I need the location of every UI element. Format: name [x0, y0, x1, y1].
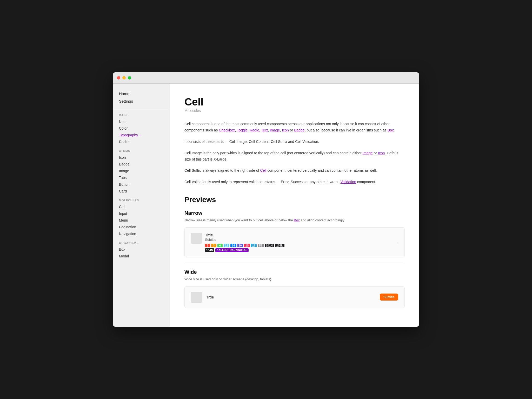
link-radio[interactable]: Radio — [250, 128, 259, 132]
previews-title: Previews — [184, 196, 405, 204]
badge-103n: 103N — [275, 244, 284, 247]
section-divider — [184, 264, 405, 264]
sidebar-item-box[interactable]: Box — [119, 246, 163, 253]
link-box[interactable]: Box — [388, 128, 394, 132]
badge-11: 11 — [251, 244, 257, 247]
sidebar-item-image[interactable]: Image — [119, 168, 163, 174]
badge-20: 20 — [237, 244, 243, 247]
sidebar-item-card[interactable]: Card — [119, 188, 163, 195]
link-badge[interactable]: Badge — [294, 128, 304, 132]
maximize-button[interactable] — [128, 76, 131, 79]
wide-heading: Wide — [184, 269, 405, 275]
link-box-narrow[interactable]: Box — [294, 218, 300, 222]
wide-description: Wide size is used only on wider screens … — [184, 277, 405, 282]
cell-content: Title Subtitle 2 3 6 12 14 20 10 11 — [205, 233, 392, 252]
narrow-heading: Narrow — [184, 210, 405, 216]
page-title: Cell — [184, 96, 405, 108]
sidebar-section-label-atoms: ATOMS — [119, 149, 163, 152]
link-toggle[interactable]: Toggle — [237, 128, 248, 132]
narrow-description: Narrow size is mainly used when you want… — [184, 218, 405, 223]
narrow-preview-section: Narrow Narrow size is mainly used when y… — [184, 210, 405, 257]
description-text-5: Cell Validation is used only to represen… — [184, 179, 405, 185]
sidebar-section-organisms: ORGANISMS Box Modal — [113, 241, 170, 260]
sidebar-item-modal[interactable]: Modal — [119, 253, 163, 260]
sidebar-item-home[interactable]: Home — [119, 90, 163, 97]
badge-12: 12 — [224, 244, 229, 247]
badges-row: 2 3 6 12 14 20 10 11 53 101N 103N — [205, 244, 392, 247]
narrow-preview-box: Title Subtitle 2 3 6 12 14 20 10 11 — [184, 227, 405, 257]
sidebar-section-label-base: BASE — [119, 114, 163, 117]
cell-chevron-icon: › — [397, 240, 398, 245]
description-3: Cell Image is the only part which is ali… — [184, 150, 405, 163]
badge-6: 6 — [217, 244, 223, 247]
sidebar-top-nav: Home Settings — [113, 90, 170, 109]
sidebar-section-atoms: ATOMS Icon Badge Image Tabs Button Card — [113, 149, 170, 195]
badge-10: 10 — [244, 244, 250, 247]
sidebar-item-settings[interactable]: Settings — [119, 97, 163, 105]
close-button[interactable] — [117, 76, 120, 79]
cell-title: Title — [205, 233, 392, 237]
sidebar-section-label-organisms: ORGANISMS — [119, 241, 163, 244]
badge-kaledju: KALĖDŲ TRAUKINUKAS — [215, 248, 249, 252]
description-2: It consists of these parts — Cell Image,… — [184, 139, 405, 145]
content-area: Home Settings BASE Unit Color Typography… — [113, 84, 419, 327]
link-validation[interactable]: Validation — [340, 180, 356, 184]
app-window: Home Settings BASE Unit Color Typography… — [113, 72, 419, 327]
wide-subtitle-badge: Subtitle — [380, 294, 398, 301]
link-checkbox[interactable]: Checkbox — [219, 128, 235, 132]
description-1: Cell component is one of the most common… — [184, 121, 405, 134]
link-cell[interactable]: Cell — [260, 168, 267, 172]
description-5: Cell Validation is used only to represen… — [184, 179, 405, 185]
badge-14: 14 — [230, 244, 236, 247]
sidebar-item-icon[interactable]: Icon — [119, 154, 163, 161]
sidebar-item-navigation[interactable]: Navigation — [119, 230, 163, 237]
sidebar-section-molecules: MOLECULES Cell Input Menu Pagination Nav… — [113, 199, 170, 237]
badge-3: 3 — [211, 244, 216, 247]
sidebar-item-unit[interactable]: Unit — [119, 118, 163, 125]
page-subtitle-label: Molecules — [184, 109, 405, 113]
cell-subtitle: Subtitle — [205, 238, 392, 242]
narrow-cell-row: Title Subtitle 2 3 6 12 14 20 10 11 — [191, 233, 398, 252]
link-text[interactable]: Text — [261, 128, 268, 132]
sidebar-item-color[interactable]: Color — [119, 125, 163, 132]
description-text-2: It consists of these parts — Cell Image,… — [184, 139, 405, 145]
badge-101n: 101N — [265, 244, 274, 247]
badge-53: 53 — [258, 244, 263, 247]
sidebar-item-tabs[interactable]: Tabs — [119, 174, 163, 181]
badge-104n: 104N — [205, 248, 214, 252]
wide-preview-section: Wide Wide size is used only on wider scr… — [184, 269, 405, 308]
sidebar-section-label-molecules: MOLECULES — [119, 199, 163, 202]
wide-cell-image — [191, 292, 202, 303]
titlebar — [113, 72, 419, 84]
arrow-icon: → — [139, 133, 142, 137]
sidebar: Home Settings BASE Unit Color Typography… — [113, 84, 170, 327]
link-icon[interactable]: Icon — [282, 128, 289, 132]
link-image[interactable]: Image — [270, 128, 280, 132]
description-text-4: Cell Suffix is always aligned to the rig… — [184, 168, 405, 174]
main-content: Cell Molecules Cell component is one of … — [170, 84, 419, 327]
sidebar-item-input[interactable]: Input — [119, 210, 163, 217]
description-text-3: Cell Image is the only part which is ali… — [184, 150, 405, 163]
sidebar-item-menu[interactable]: Menu — [119, 217, 163, 224]
description-text-1: Cell component is one of the most common… — [184, 121, 405, 134]
badge-2: 2 — [205, 244, 210, 247]
sidebar-item-button[interactable]: Button — [119, 181, 163, 188]
minimize-button[interactable] — [122, 76, 126, 79]
sidebar-section-base: BASE Unit Color Typography → Radius — [113, 114, 170, 145]
sidebar-item-pagination[interactable]: Pagination — [119, 224, 163, 230]
link-image-2[interactable]: Image — [363, 151, 373, 155]
sidebar-item-badge[interactable]: Badge — [119, 161, 163, 168]
sidebar-item-typography[interactable]: Typography → — [119, 132, 163, 138]
cell-image — [191, 233, 202, 244]
wide-preview-box: Title Subtitle — [184, 286, 405, 308]
sidebar-item-cell[interactable]: Cell — [119, 203, 163, 210]
wide-cell-title: Title — [206, 295, 376, 299]
badges-row-2: 104N KALĖDŲ TRAUKINUKAS — [205, 248, 392, 252]
description-4: Cell Suffix is always aligned to the rig… — [184, 168, 405, 174]
link-icon-2[interactable]: Icon — [378, 151, 385, 155]
sidebar-item-radius[interactable]: Radius — [119, 138, 163, 145]
